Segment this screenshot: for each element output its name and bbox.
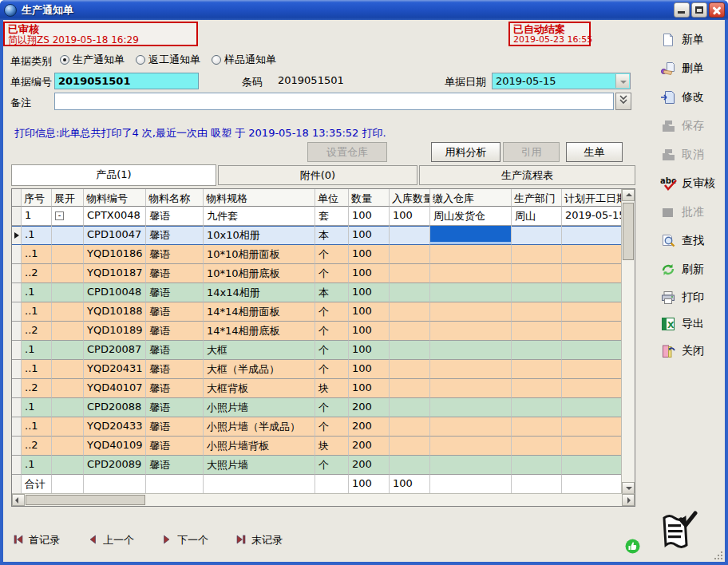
close-button[interactable]: 关闭 [660,342,704,361]
row-indicator[interactable] [12,322,22,341]
grid-cell[interactable] [430,322,512,341]
grid-cell[interactable]: 大照片墙 [204,456,315,475]
grid-cell[interactable]: 馨语 [146,207,204,226]
grid-cell[interactable]: 10*10相册面板 [204,245,315,264]
grid-cell[interactable] [52,360,84,379]
grid-cell[interactable]: 馨语 [146,226,204,245]
grid-cell[interactable]: 九件套 [204,207,315,226]
grid-cell[interactable] [52,475,84,494]
grid-cell[interactable] [562,360,623,379]
grid-cell[interactable] [430,283,512,302]
horizontal-scrollbar[interactable] [12,493,635,506]
tab-attachments[interactable]: 附件(0) [218,165,417,185]
grid-cell[interactable]: 馨语 [146,398,204,417]
grid-cell[interactable]: YQD10189 [84,322,146,341]
modify-button[interactable]: 修改 [660,88,704,107]
grid-cell[interactable]: ..1 [22,360,52,379]
grid-cell[interactable] [562,379,623,398]
grid-cell[interactable]: YQD40107 [84,379,146,398]
row-indicator[interactable] [12,302,22,322]
grid-cell[interactable] [52,437,84,456]
nav-first[interactable]: 首记录 [13,533,60,547]
grid-cell[interactable] [390,245,430,264]
grid-cell[interactable]: 10*10相册底板 [204,264,315,283]
vertical-scrollbar[interactable] [621,189,635,494]
grid-cell[interactable]: 小照片墙背板 [204,437,315,456]
grid-cell[interactable]: YQD10188 [84,302,146,322]
grid-cell[interactable]: 大框 [204,341,315,360]
maximize-button[interactable] [691,2,707,18]
tab-products[interactable]: 产品(1) [11,164,216,186]
grid-cell[interactable]: 大框背板 [204,379,315,398]
doc-type-radio-0[interactable]: 生产通知单 [60,53,125,67]
grid-cell[interactable]: 14x14相册 [204,283,315,302]
grid-cell[interactable]: 10x10相册 [204,226,315,245]
grid-cell[interactable] [562,341,623,360]
grid-cell[interactable] [512,456,562,475]
grid-cell[interactable]: CPD10047 [84,226,146,245]
vertical-scroll-thumb[interactable] [623,203,634,260]
grid-cell[interactable] [512,417,562,437]
grid-cell[interactable] [52,417,84,437]
grid-cell[interactable]: CPD10048 [84,283,146,302]
grid-cell[interactable]: .1 [22,341,52,360]
grid-cell[interactable]: YQD20433 [84,417,146,437]
grid-cell[interactable] [512,264,562,283]
grid-cell[interactable]: 小照片墙（半成品） [204,417,315,437]
horizontal-scroll-thumb[interactable] [26,495,145,505]
grid-cell[interactable]: ..2 [22,379,52,398]
grid-cell[interactable] [512,322,562,341]
grid-cell[interactable]: 个 [315,341,349,360]
grid-cell[interactable]: 100 [349,379,390,398]
row-indicator[interactable] [12,456,22,475]
grid-cell[interactable] [562,264,623,283]
doc-type-radio-2[interactable]: 样品通知单 [212,53,276,67]
grid-cell[interactable]: 馨语 [146,302,204,322]
grid-cell[interactable] [562,302,623,322]
date-combobox[interactable]: 2019-05-15 [492,73,631,89]
grid-cell[interactable]: 100 [390,207,430,226]
grid-cell[interactable]: ..2 [22,264,52,283]
radio-icon[interactable] [212,55,221,65]
grid-cell[interactable] [430,398,512,417]
find-button[interactable]: 查找 [660,231,704,251]
radio-icon[interactable] [136,55,145,65]
grid-cell[interactable]: 100 [349,264,390,283]
grid-cell[interactable] [204,475,315,494]
grid-cell[interactable]: 100 [349,226,390,245]
grid-cell[interactable] [512,283,562,302]
export-button[interactable]: X导出 [660,314,704,334]
grid-cell[interactable]: 周山 [512,207,562,226]
grid-cell[interactable]: 100 [349,360,390,379]
grid-cell[interactable]: CPTX0048 [84,207,146,226]
grid-cell[interactable] [430,341,512,360]
grid-cell[interactable]: 200 [349,417,390,437]
grid-cell[interactable] [512,437,562,456]
grid-cell[interactable] [52,264,84,283]
grid-cell[interactable]: 本 [315,283,349,302]
grid-cell[interactable]: 个 [315,398,349,417]
remarks-expand-button[interactable] [615,93,631,110]
grid-cell[interactable]: 合计 [22,475,52,494]
grid-cell[interactable]: 馨语 [146,341,204,360]
radio-icon[interactable] [60,55,69,65]
grid-cell[interactable]: 小照片墙 [204,398,315,417]
grid-cell[interactable] [562,226,623,245]
grid-cell[interactable]: 馨语 [146,264,204,283]
grid-cell[interactable]: 馨语 [146,360,204,379]
grid-cell[interactable]: 100 [349,245,390,264]
grid-cell[interactable] [52,283,84,302]
row-indicator[interactable] [12,437,22,456]
grid-cell[interactable]: 馨语 [146,417,204,437]
grid-cell[interactable] [390,226,430,245]
grid-cell[interactable] [512,379,562,398]
grid-cell[interactable]: 200 [349,398,390,417]
tab-process-sheet[interactable]: 生产流程表 [419,165,635,185]
chevron-down-icon[interactable] [615,74,629,88]
grid-cell[interactable]: 馨语 [146,456,204,475]
grid-cell[interactable] [430,245,512,264]
grid-cell[interactable]: 个 [315,456,349,475]
grid-cell[interactable]: 200 [349,456,390,475]
grid-cell[interactable] [562,475,623,494]
grid-cell[interactable] [390,341,430,360]
